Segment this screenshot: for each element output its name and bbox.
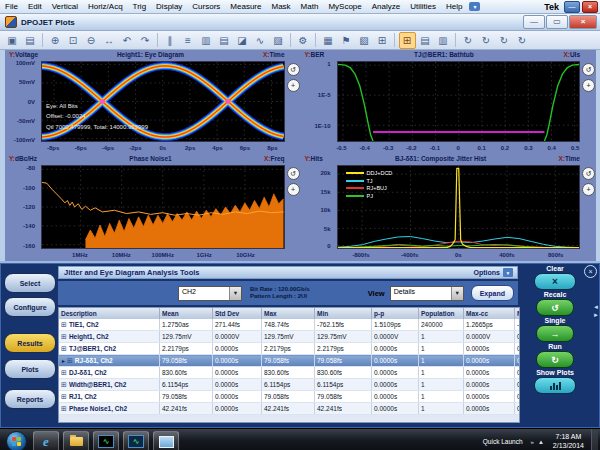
plot-zoom-in-icon[interactable]: + bbox=[582, 79, 595, 92]
table-row[interactable]: ⊞DJ-δδ1, Ch2830.60fs0.0000s830.60fs830.6… bbox=[59, 367, 520, 379]
table-row[interactable]: ⊞Width@BER1, Ch26.1154ps0.0000s6.1154ps6… bbox=[59, 379, 520, 391]
menu-file[interactable]: File bbox=[0, 1, 23, 13]
histogram-horizontal-icon[interactable]: ▤ bbox=[216, 32, 233, 49]
plot-zoom-in-icon[interactable]: + bbox=[287, 79, 300, 92]
chevrons-icon[interactable]: » bbox=[531, 439, 534, 445]
menu-utilities[interactable]: Utilities bbox=[405, 1, 441, 13]
plot-zoom-reset-icon[interactable]: ↺ bbox=[582, 63, 595, 76]
print-icon[interactable]: ▤ bbox=[22, 32, 39, 49]
taskbar-clock[interactable]: 7:18 AM 2/13/2014 bbox=[553, 433, 584, 450]
expand-row-icon[interactable]: ⊞ bbox=[61, 321, 67, 328]
nav-configure[interactable]: Configure bbox=[4, 297, 56, 317]
pan-icon[interactable]: ↔ bbox=[101, 32, 118, 49]
menu-measure[interactable]: Measure bbox=[225, 1, 266, 13]
nav-results[interactable]: Results bbox=[4, 333, 56, 353]
table-row[interactable]: ⊞TJ@BER1, Ch22.2179ps0.0000s2.2179ps2.21… bbox=[59, 343, 520, 355]
annotate-icon[interactable]: ▧ bbox=[356, 32, 373, 49]
expand-row-icon[interactable]: ⊞ bbox=[61, 369, 67, 376]
chevron-down-icon[interactable]: ▼ bbox=[229, 287, 241, 300]
expand-row-icon[interactable]: ⊞ bbox=[61, 405, 67, 412]
run-button[interactable]: ↻ bbox=[536, 351, 574, 368]
menu-display[interactable]: Display bbox=[151, 1, 187, 13]
show-desktop-button[interactable] bbox=[591, 429, 598, 450]
tray-expand-icon[interactable]: ▲ bbox=[538, 439, 544, 445]
overlay-icon[interactable]: ▨ bbox=[270, 32, 287, 49]
refresh-plot-2-icon[interactable]: ↻ bbox=[478, 32, 495, 49]
zoom-out-icon[interactable]: ⊖ bbox=[83, 32, 100, 49]
single-button[interactable]: → bbox=[536, 325, 574, 342]
recalc-button[interactable]: ↺ bbox=[536, 299, 574, 316]
source-select[interactable]: CH2 ▼ bbox=[178, 286, 242, 301]
expand-row-icon[interactable]: ⊞ bbox=[61, 381, 67, 388]
options-dropdown-icon[interactable]: ▾ bbox=[503, 268, 513, 277]
expand-row-icon[interactable]: ⊞ bbox=[61, 345, 67, 352]
view-select[interactable]: Details ▼ bbox=[390, 286, 464, 301]
menu-trig[interactable]: Trig bbox=[128, 1, 151, 13]
scope-app-taskbar-icon[interactable]: ∿ bbox=[93, 431, 119, 450]
layout-grid-icon[interactable]: ⊞ bbox=[399, 32, 416, 49]
clear-button[interactable]: × bbox=[534, 273, 576, 290]
menu-mask[interactable]: Mask bbox=[266, 1, 295, 13]
nav-reports[interactable]: Reports bbox=[4, 389, 56, 409]
expand-button[interactable]: Expand bbox=[471, 285, 514, 301]
ie-taskbar-icon[interactable]: e bbox=[33, 431, 59, 450]
menu-edit[interactable]: Edit bbox=[23, 1, 47, 13]
table-row[interactable]: ⊞TIE1, Ch21.2750as271.44fs748.74fs-762.1… bbox=[59, 319, 520, 331]
expand-row-icon[interactable]: ⊞ bbox=[61, 393, 67, 400]
expand-row-icon[interactable]: ⊞ bbox=[61, 333, 67, 340]
chevron-down-icon[interactable]: ▼ bbox=[451, 287, 463, 300]
rail-arrow-icon[interactable]: ► bbox=[593, 311, 599, 319]
plot-zoom-in-icon[interactable]: + bbox=[287, 183, 300, 196]
zoom-redo-icon[interactable]: ↷ bbox=[137, 32, 154, 49]
start-button[interactable] bbox=[6, 431, 27, 450]
window-close-button[interactable]: × bbox=[569, 15, 597, 29]
nav-plots[interactable]: Plots bbox=[4, 359, 56, 379]
refresh-plot-3-icon[interactable]: ↻ bbox=[496, 32, 513, 49]
refresh-plot-1-icon[interactable]: ↻ bbox=[460, 32, 477, 49]
menu-overflow-icon[interactable]: ▾ bbox=[469, 2, 480, 11]
summary-table-icon[interactable]: ▦ bbox=[320, 32, 337, 49]
menu-horiz-acq[interactable]: Horiz/Acq bbox=[83, 1, 128, 13]
cursor-horizontal-icon[interactable]: ≡ bbox=[180, 32, 197, 49]
menu-help[interactable]: Help bbox=[441, 1, 467, 13]
save-icon[interactable]: ▣ bbox=[4, 32, 21, 49]
table-row[interactable]: ⊞Height1, Ch2129.75mV0.0000V129.75mV129.… bbox=[59, 331, 520, 343]
plot-zoom-reset-icon[interactable]: ↺ bbox=[287, 167, 300, 180]
menu-cursors[interactable]: Cursors bbox=[187, 1, 225, 13]
cursor-vertical-icon[interactable]: ∥ bbox=[162, 32, 179, 49]
window-restore-button[interactable]: ▭ bbox=[546, 15, 568, 29]
menu-vertical[interactable]: Vertical bbox=[47, 1, 83, 13]
plot-zoom-reset-icon[interactable]: ↺ bbox=[287, 63, 300, 76]
mask-test-icon[interactable]: ◪ bbox=[234, 32, 251, 49]
rail-arrow-icon[interactable]: ◄ bbox=[593, 303, 599, 311]
window-minimize-button[interactable]: — bbox=[523, 15, 545, 29]
menu-myscope[interactable]: MyScope bbox=[323, 1, 366, 13]
app-close-button[interactable]: × bbox=[582, 1, 598, 13]
window-app-taskbar-icon[interactable] bbox=[153, 431, 179, 450]
table-row[interactable]: ⊞Phase Noise1, Ch242.241fs0.0000s42.241f… bbox=[59, 403, 520, 415]
menu-analyze[interactable]: Analyze bbox=[367, 1, 405, 13]
show-plots-button[interactable] bbox=[534, 377, 576, 394]
plot-zoom-reset-icon[interactable]: ↺ bbox=[582, 167, 595, 180]
menu-math[interactable]: Math bbox=[296, 1, 324, 13]
expand-row-icon[interactable]: ⊞ bbox=[67, 357, 73, 364]
table-row[interactable]: ►⊞RJ-δδ1, Ch279.058fs0.0000s79.058fs79.0… bbox=[59, 355, 520, 367]
refresh-plot-4-icon[interactable]: ↻ bbox=[514, 32, 531, 49]
marker-flag-icon[interactable]: ⚑ bbox=[338, 32, 355, 49]
plot-zoom-in-icon[interactable]: + bbox=[582, 183, 595, 196]
app-minimize-button[interactable]: — bbox=[564, 1, 580, 13]
layout-split-icon[interactable]: ▥ bbox=[435, 32, 452, 49]
grid-toggle-icon[interactable]: ⊞ bbox=[374, 32, 391, 49]
nav-select[interactable]: Select bbox=[4, 273, 56, 293]
layout-list-icon[interactable]: ▤ bbox=[417, 32, 434, 49]
zoom-region-icon[interactable]: ⊡ bbox=[65, 32, 82, 49]
zoom-undo-icon[interactable]: ↶ bbox=[119, 32, 136, 49]
zoom-in-icon[interactable]: ⊕ bbox=[47, 32, 64, 49]
explorer-taskbar-icon[interactable] bbox=[63, 431, 89, 450]
table-row[interactable]: ⊞RJ1, Ch279.058fs0.0000s79.058fs79.058fs… bbox=[59, 391, 520, 403]
rail-scroll-arrows[interactable]: ◄► bbox=[593, 303, 599, 319]
configure-wrench-icon[interactable]: ⚙ bbox=[295, 32, 312, 49]
spectrum-icon[interactable]: ∿ bbox=[252, 32, 269, 49]
histogram-vertical-icon[interactable]: ▥ bbox=[198, 32, 215, 49]
dpojet-taskbar-icon[interactable]: ∿ bbox=[123, 431, 149, 450]
